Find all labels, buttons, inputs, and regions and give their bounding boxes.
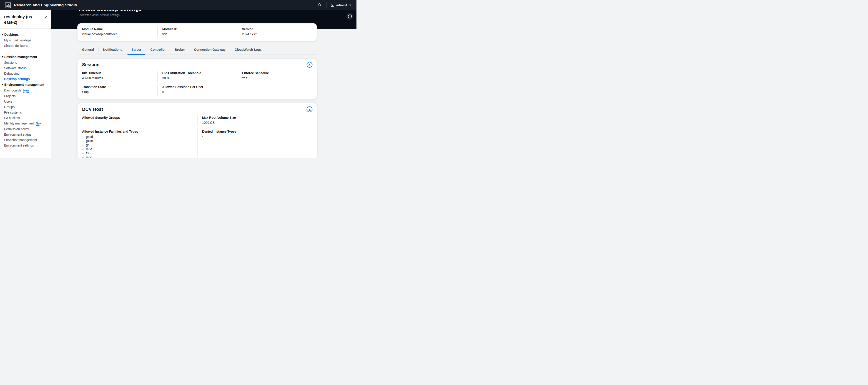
chevron-down-icon — [349, 4, 351, 6]
instance-families-list: g4ad g4dn g5 m6a t3 m6g — [82, 135, 192, 158]
sidebar-item-desktop-settings[interactable]: Desktop settings — [0, 76, 51, 82]
field-label: Module ID — [162, 27, 232, 31]
allowed-sessions-per-user-field: Allowed Sessions Per User 5 — [157, 85, 317, 95]
sidebar-item-my-virtual-desktops[interactable]: My virtual desktops — [0, 37, 51, 43]
section-caret-icon — [2, 34, 3, 35]
page-subtitle: Review the virtual desktop settings — [78, 13, 120, 17]
sidebar-item-environment-status[interactable]: Environment status — [0, 132, 51, 137]
module-id-field: Module ID vdc — [157, 27, 237, 37]
tab-notifications[interactable]: Notifications — [98, 46, 127, 55]
app-title: Research and Engineering Studio — [14, 3, 77, 7]
allowed-instance-families-field: Allowed Instance Families and Types g4ad… — [78, 129, 197, 158]
list-item: m6a — [86, 147, 192, 151]
version-field: Version 2024.12.01 — [237, 27, 317, 37]
sidebar-item-projects[interactable]: Projects — [0, 93, 51, 99]
dcv-host-card: DCV Host Allowed Security Grou — [78, 103, 317, 158]
module-name-field: Module Name virtual-desktop-controller — [78, 27, 157, 37]
section-header-session-management[interactable]: Session management — [0, 54, 51, 60]
settings-tabs: General Notifications Server Controller … — [78, 46, 317, 55]
sidebar-item-snapshot-management[interactable]: Snapshot management — [0, 137, 51, 143]
section-header-desktops[interactable]: Desktops — [0, 32, 51, 37]
field-label: Module Name — [82, 27, 153, 31]
section-caret-icon — [2, 56, 3, 58]
page-title: Virtual desktop settings — [78, 10, 356, 12]
edit-pencil-icon — [306, 62, 313, 68]
section-header-environment-management[interactable]: Environment management — [0, 82, 51, 88]
side-navigation: res-deploy (us-east-2) Desktops My virtu… — [0, 10, 51, 158]
sidebar-item-s3-buckets[interactable]: S3 buckets — [0, 115, 51, 121]
list-item: t3 — [86, 151, 192, 155]
sidebar-item-dashboards[interactable]: DashboardsNew — [0, 88, 51, 93]
top-navigation: Research and Engineering Studio admin1 — [0, 0, 356, 10]
field-value: vdc — [162, 32, 232, 36]
user-menu[interactable]: admin1 — [330, 3, 351, 7]
tab-cloudwatch-logs[interactable]: CloudWatch Logs — [230, 46, 266, 55]
list-item: g5 — [86, 143, 192, 147]
user-icon — [330, 3, 335, 7]
nav-divider — [326, 2, 327, 8]
sidebar-item-shared-desktops[interactable]: Shared desktops — [0, 43, 51, 49]
list-item: g4dn — [86, 139, 192, 143]
field-value: 2024.12.01 — [242, 32, 312, 36]
allowed-security-groups-field: Allowed Security Groups - — [78, 115, 197, 126]
denied-instance-types-field: Denied Instance Types - — [197, 129, 317, 158]
tab-connection-gateway[interactable]: Connection Gateway — [190, 46, 230, 55]
sidebar-item-software-stacks[interactable]: Software stacks — [0, 65, 51, 71]
list-item: g4ad — [86, 135, 192, 139]
sidebar-item-sessions[interactable]: Sessions — [0, 60, 51, 65]
main-content: Virtual desktop settings Review the virt… — [51, 10, 356, 158]
tab-general[interactable]: General — [78, 46, 98, 55]
tab-broker[interactable]: Broker — [170, 46, 189, 55]
field-label: Version — [242, 27, 312, 31]
session-card: Session Idle Timeout — [78, 59, 317, 99]
enforce-schedule-field: Enforce Schedule Yes — [237, 71, 317, 82]
info-button[interactable] — [346, 13, 353, 20]
edit-session-button[interactable] — [306, 62, 313, 68]
user-name: admin1 — [336, 3, 347, 7]
edit-pencil-icon — [306, 106, 313, 112]
sidebar-item-users[interactable]: Users — [0, 99, 51, 104]
chevron-left-icon — [45, 16, 47, 19]
new-badge: New — [36, 122, 41, 126]
sidebar-item-environment-settings[interactable]: Environment settings — [0, 143, 51, 148]
new-badge: New — [23, 89, 29, 93]
sidebar-item-debugging[interactable]: Debugging — [0, 71, 51, 76]
edit-dcv-host-button[interactable] — [306, 106, 313, 112]
info-icon — [348, 14, 352, 19]
cpu-utilization-threshold-field: CPU Utilization Threshold 30 % — [157, 71, 237, 82]
section-caret-icon — [2, 84, 3, 86]
list-item: m6g — [86, 155, 192, 158]
transition-state-field: Transition State Stop — [78, 85, 157, 95]
sidebar-item-identity-management[interactable]: Identity managementNew — [0, 121, 51, 126]
sidebar-item-permission-policy[interactable]: Permission policy — [0, 126, 51, 132]
app-logo-icon — [5, 2, 11, 8]
tab-server[interactable]: Server — [127, 46, 146, 55]
divider — [2, 51, 44, 52]
field-value: virtual-desktop-controller — [82, 32, 153, 36]
tab-controller[interactable]: Controller — [146, 46, 170, 55]
sidebar-collapse-button[interactable] — [44, 16, 48, 20]
notifications-button[interactable] — [316, 2, 322, 8]
idle-timeout-field: Idle Timeout 43200 minutes — [78, 71, 157, 82]
max-root-volume-size-field: Max Root Volume Size 1000 GB — [197, 115, 317, 126]
card-title: DCV Host — [82, 107, 103, 112]
environment-name: res-deploy (us-east-2) — [4, 14, 38, 25]
sidebar-item-groups[interactable]: Groups — [0, 104, 51, 110]
card-title: Session — [82, 62, 100, 67]
module-info-card: Module Name virtual-desktop-controller M… — [78, 24, 317, 41]
bell-icon — [317, 3, 322, 7]
sidebar-item-file-systems[interactable]: File systems — [0, 110, 51, 115]
